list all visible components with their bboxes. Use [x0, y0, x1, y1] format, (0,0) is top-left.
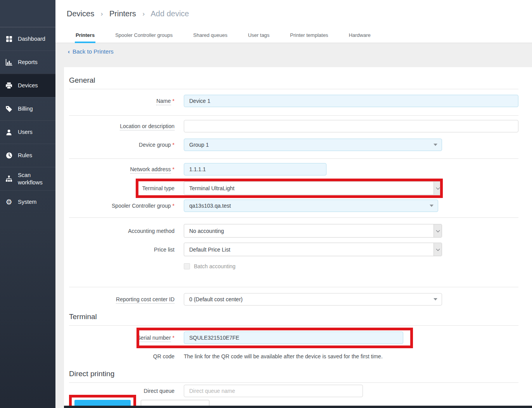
form-row-network-address: Network address*	[69, 163, 518, 175]
form-row-qr-code: QR code The link for the QR code will be…	[69, 353, 518, 359]
form-row-serial-number: Serial number*	[69, 332, 518, 344]
row-divider	[69, 217, 518, 218]
form-row-name: Name*	[69, 95, 518, 107]
sidebar-item-label: Devices	[18, 82, 38, 89]
back-to-printers-link[interactable]: ‹Back to Printers	[68, 48, 114, 55]
section-divider	[69, 89, 518, 89]
sidebar: Dashboard Reports Devices Billing Users …	[0, 0, 55, 408]
sidebar-item-rules[interactable]: Rules	[0, 144, 55, 167]
header: Devices › Printers › Add device	[55, 0, 532, 27]
sidebar-item-label: System	[18, 198, 36, 205]
location-label: Location or description	[69, 123, 174, 129]
sidebar-item-label: Reports	[18, 59, 38, 66]
clock-icon	[5, 152, 13, 159]
form-row-location: Location or description	[69, 120, 518, 132]
form-row-terminal-type: Terminal type Terminal UltraLight	[69, 181, 518, 195]
sidebar-item-system[interactable]: ⚙ System	[0, 190, 55, 214]
bar-chart-icon	[5, 59, 13, 66]
chevron-down-icon	[436, 186, 440, 189]
user-icon	[5, 129, 13, 136]
section-title-direct-printing: Direct printing	[69, 370, 518, 378]
back-row: ‹Back to Printers	[55, 43, 532, 56]
form-row-price-list: Price list Default Price List	[69, 243, 518, 256]
section-title-terminal: Terminal	[69, 313, 518, 321]
sidebar-item-billing[interactable]: Billing	[0, 97, 55, 120]
form-row-spooler-group: Spooler Controller group* qa13s103.qa.te…	[69, 200, 518, 212]
sidebar-item-label: Dashboard	[18, 35, 45, 42]
back-chevron-icon: ‹	[68, 48, 70, 55]
reporting-cost-center-select[interactable]: 0 (Default cost center)	[184, 293, 442, 306]
form-row-batch-accounting: Batch accounting	[69, 263, 518, 269]
terminal-type-select[interactable]: Terminal UltraLight	[184, 181, 442, 195]
breadcrumb-separator-icon: ›	[101, 10, 103, 17]
chevron-down-icon	[434, 144, 437, 146]
footer-strip	[64, 406, 532, 408]
spooler-group-select[interactable]: qa13s103.qa.test	[184, 200, 438, 212]
select-arrow-button[interactable]	[434, 224, 442, 237]
select-arrow-button[interactable]	[434, 182, 442, 194]
sidebar-item-label: Rules	[18, 152, 32, 159]
logo-area	[0, 0, 55, 27]
breadcrumb-add-device: Add device	[151, 9, 189, 18]
direct-queue-label: Direct queue	[69, 388, 174, 394]
gear-icon: ⚙	[5, 199, 13, 206]
breadcrumb-separator-icon: ›	[142, 10, 145, 17]
sidebar-item-label: Scan workflows	[18, 172, 53, 186]
accounting-method-select[interactable]: No accounting	[184, 224, 442, 238]
tab-shared-queues[interactable]: Shared queues	[193, 27, 227, 43]
chevron-down-icon	[430, 205, 434, 207]
tab-spooler-controller-groups[interactable]: Spooler Controller groups	[115, 27, 173, 43]
batch-accounting-checkbox[interactable]	[184, 263, 190, 269]
serial-number-label: Serial number*	[69, 335, 174, 341]
printer-icon	[5, 82, 13, 89]
breadcrumb-printers[interactable]: Printers	[109, 9, 136, 18]
qr-code-text: The link for the QR code will be availab…	[184, 353, 383, 359]
tab-printers[interactable]: Printers	[76, 27, 95, 43]
chevron-down-icon	[436, 228, 440, 232]
main-content: Devices › Printers › Add device Printers…	[55, 0, 532, 408]
spooler-group-label: Spooler Controller group*	[69, 203, 174, 209]
device-group-label: Device group*	[69, 142, 174, 148]
select-arrow-button[interactable]	[434, 243, 442, 256]
tab-printer-templates[interactable]: Printer templates	[290, 27, 328, 43]
sidebar-item-devices[interactable]: Devices	[0, 74, 55, 97]
form-row-reporting-cost-center: Reporting cost center ID 0 (Default cost…	[69, 293, 518, 306]
name-label: Name*	[69, 98, 174, 104]
price-list-select[interactable]: Default Price List	[184, 243, 442, 256]
row-divider	[69, 115, 518, 116]
sidebar-item-scan-workflows[interactable]: Scan workflows	[0, 167, 55, 190]
section-title-general: General	[69, 76, 518, 85]
sidebar-item-dashboard[interactable]: Dashboard	[0, 27, 55, 50]
qr-code-label: QR code	[69, 353, 174, 359]
network-address-input[interactable]	[184, 163, 326, 175]
batch-accounting-label: Batch accounting	[194, 263, 235, 269]
dashboard-grid-icon	[5, 36, 13, 43]
network-address-label: Network address*	[69, 166, 174, 172]
sitemap-icon	[5, 175, 13, 182]
accounting-method-label: Accounting method	[69, 228, 174, 234]
sidebar-item-users[interactable]: Users	[0, 120, 55, 144]
tag-icon	[5, 106, 13, 113]
breadcrumb-devices[interactable]: Devices	[67, 9, 94, 18]
price-list-label: Price list	[69, 247, 174, 253]
device-group-select[interactable]: Group 1	[184, 139, 442, 151]
row-divider	[69, 287, 518, 287]
serial-number-input[interactable]	[184, 332, 403, 344]
reporting-cost-center-label: Reporting cost center ID	[69, 296, 174, 302]
terminal-type-label: Terminal type	[69, 185, 174, 191]
tab-bar: Printers Spooler Controller groups Share…	[55, 27, 532, 43]
form-card: General Name* Location or description De…	[64, 67, 532, 408]
chevron-down-icon	[434, 298, 437, 300]
tab-user-tags[interactable]: User tags	[248, 27, 269, 43]
sidebar-item-reports[interactable]: Reports	[0, 50, 55, 74]
name-input[interactable]	[184, 95, 518, 107]
sidebar-item-label: Billing	[18, 105, 33, 112]
sidebar-item-label: Users	[18, 128, 33, 135]
tab-hardware[interactable]: Hardware	[349, 27, 370, 43]
breadcrumb: Devices › Printers › Add device	[67, 9, 189, 18]
row-divider	[69, 158, 518, 159]
form-row-device-group: Device group* Group 1	[69, 139, 518, 151]
section-divider	[69, 382, 518, 383]
chevron-down-icon	[436, 247, 440, 251]
location-input[interactable]	[184, 120, 518, 132]
